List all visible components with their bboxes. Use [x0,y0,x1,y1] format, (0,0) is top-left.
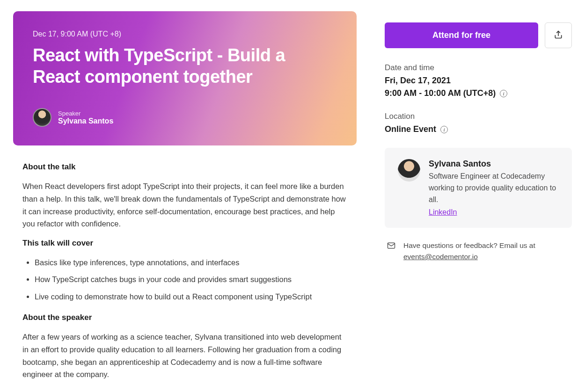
speaker-about-heading: About the speaker [22,313,347,322]
contact-prefix: Have questions or feedback? Email us at [403,241,535,249]
mail-icon [387,241,396,254]
speaker-about-body: After a few years of working as a scienc… [22,331,347,381]
speaker-card-avatar [398,159,420,181]
attend-button[interactable]: Attend for free [385,22,538,48]
hero-date: Dec 17, 9:00 AM (UTC +8) [33,30,337,38]
about-body: When React developers first adopt TypeSc… [22,180,347,230]
cover-heading: This talk will cover [22,239,347,248]
about-heading: About the talk [22,162,347,172]
cover-item: How TypeScript catches bugs in your code… [35,273,347,285]
hero-speaker: Speaker Sylvana Santos [33,108,337,127]
hero-title: React with TypeScript - Build a React co… [33,45,337,87]
speaker-label: Speaker [58,110,113,117]
event-hero: Dec 17, 9:00 AM (UTC +8) React with Type… [13,11,357,145]
timezone-info-icon[interactable]: i [500,90,507,97]
speaker-linkedin-link[interactable]: LinkedIn [429,208,457,216]
datetime-date: Fri, Dec 17, 2021 [385,74,572,87]
location-value: Online Event [385,124,436,134]
location-label: Location [385,112,572,121]
speaker-name: Sylvana Santos [58,117,113,125]
cover-item: Live coding to demonstrate how to build … [35,290,347,303]
share-button[interactable] [545,22,572,48]
cover-item: Basics like type inferences, type annota… [35,256,347,269]
speaker-card-name: Sylvana Santos [429,159,559,169]
cover-list: Basics like type inferences, type annota… [22,256,347,303]
datetime-label: Date and time [385,63,572,73]
location-block: Location Online Event i [385,112,572,136]
contact-email-link[interactable]: events@codementor.io [403,253,478,261]
speaker-card: Sylvana Santos Software Engineer at Code… [385,148,572,228]
speaker-avatar [33,108,51,127]
location-info-icon[interactable]: i [440,126,448,133]
speaker-card-bio: Software Engineer at Codecademy working … [429,171,559,205]
share-icon [554,30,563,41]
datetime-time: 9:00 AM - 10:00 AM (UTC+8) [385,88,496,98]
contact-row: Have questions or feedback? Email us at … [385,240,572,262]
datetime-block: Date and time Fri, Dec 17, 2021 9:00 AM … [385,63,572,100]
